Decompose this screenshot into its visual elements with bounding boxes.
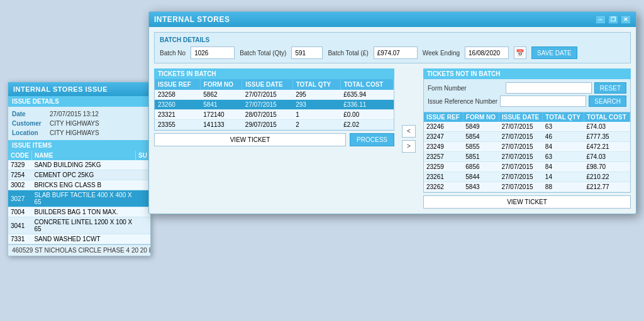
ticket-not-in-batch-row[interactable]: 23261 5844 27/07/2015 14 £210.22 — [424, 172, 630, 182]
tnib-issue-date: 27/07/2015 — [499, 132, 542, 142]
tib-total-qty: 1 — [292, 110, 340, 120]
detail-row-customer: Customer CITY HIGHWAYS — [12, 119, 147, 128]
ticket-in-batch-row[interactable]: 23258 5862 27/07/2015 295 £635.94 — [155, 90, 394, 100]
tnib-total-cost: £472.21 — [584, 142, 630, 152]
tib-form-no: 141133 — [200, 120, 242, 130]
close-button[interactable]: ✕ — [621, 15, 631, 24]
search-button[interactable]: SEARCH — [589, 95, 626, 107]
tnib-form-no: 5855 — [463, 142, 499, 152]
tnib-issue-ref: 23247 — [424, 132, 463, 142]
item-name: BRICKS ENG CLASS B — [31, 180, 135, 190]
tib-issue-date: 27/07/2015 — [242, 90, 292, 100]
customer-label: Customer — [12, 120, 50, 127]
batch-no-label: Batch No — [160, 50, 186, 57]
tnib-total-cost: £98.70 — [584, 162, 630, 172]
detail-row-date: Date 27/07/2015 13:12 — [12, 109, 147, 119]
tnib-col-total-cost: TOTAL COST — [584, 112, 630, 122]
tib-form-no: 172140 — [200, 110, 242, 120]
form-number-row: Form Number RESET — [428, 82, 626, 94]
item-code: 7329 — [8, 160, 31, 170]
tickets-in-batch-title: TICKETS IN BATCH — [154, 68, 394, 79]
ticket-not-in-batch-row[interactable]: 23247 5854 27/07/2015 46 £777.35 — [424, 132, 630, 142]
ticket-in-batch-row[interactable]: 23321 172140 28/07/2015 1 £0.00 — [155, 110, 394, 120]
right-view-ticket-button[interactable]: VIEW TICKET — [423, 195, 631, 209]
minimize-button[interactable]: − — [596, 15, 606, 24]
tib-issue-date: 27/07/2015 — [242, 100, 292, 110]
tib-total-cost: £0.00 — [340, 110, 393, 120]
tib-issue-ref: 23258 — [155, 90, 200, 100]
save-date-button[interactable]: SAVE DATE — [531, 46, 577, 59]
batch-fields: Batch No Batch Total (Qty) Batch Total (… — [160, 46, 625, 59]
issue-item-row[interactable]: 7254 CEMENT OPC 25KG — [8, 170, 150, 180]
tib-issue-date: 29/07/2015 — [242, 120, 292, 130]
week-ending-label: Week Ending — [423, 50, 460, 57]
ticket-not-in-batch-row[interactable]: 23257 5851 27/07/2015 63 £74.03 — [424, 152, 630, 162]
right-arrow-button[interactable]: > — [402, 140, 416, 153]
issue-item-row[interactable]: 7331 SAND WASHED 1CWT — [8, 234, 150, 244]
week-ending-input[interactable] — [465, 46, 509, 59]
bg-window-title: INTERNAL STORES ISSUE — [8, 82, 150, 96]
item-code: 3027 — [8, 190, 31, 207]
restore-button[interactable]: ❐ — [608, 15, 618, 24]
issue-item-row[interactable]: 3027 SLAB BUFF TACTILE 400 X 400 X 65 — [8, 190, 150, 207]
tnib-form-no: 6856 — [463, 162, 499, 172]
col-name: NAME — [31, 151, 135, 160]
tnib-issue-ref: 23259 — [424, 162, 463, 172]
arrow-buttons: < > — [399, 68, 418, 209]
ticket-not-in-batch-row[interactable]: 23259 6856 27/07/2015 84 £98.70 — [424, 162, 630, 172]
issue-ref-input[interactable] — [500, 95, 586, 107]
issue-items-table: CODE NAME SU 7329 SAND BUILDING 25KG 725… — [8, 151, 150, 244]
batch-no-input[interactable] — [191, 46, 235, 59]
ticket-in-batch-row[interactable]: 23260 5841 27/07/2015 293 £336.11 — [155, 100, 394, 110]
issue-item-row[interactable]: 3041 CONCRETE LINTEL 1200 X 100 X 65 — [8, 217, 150, 234]
view-ticket-button[interactable]: VIEW TICKET — [154, 133, 346, 146]
ticket-not-in-batch-row[interactable]: 23249 5855 27/07/2015 84 £472.21 — [424, 142, 630, 152]
issue-ref-search-label: Issue Reference Number — [428, 98, 497, 105]
process-button[interactable]: PROCESS — [350, 133, 394, 146]
col-code: CODE — [8, 151, 31, 160]
ticket-not-in-batch-row[interactable]: 23262 5843 27/07/2015 88 £212.77 — [424, 182, 630, 192]
tnib-form-no: 5851 — [463, 152, 499, 162]
tnib-total-cost: £74.03 — [584, 122, 630, 132]
tnib-col-issue-date: ISSUE DATE — [499, 112, 542, 122]
form-number-input[interactable] — [506, 82, 592, 94]
tnib-issue-date: 27/07/2015 — [499, 182, 542, 192]
item-code: 7004 — [8, 207, 31, 217]
main-body: BATCH DETAILS Batch No Batch Total (Qty)… — [149, 27, 636, 214]
tib-form-no: 5841 — [200, 100, 242, 110]
issue-item-row[interactable]: 3002 BRICKS ENG CLASS B — [8, 180, 150, 190]
tnib-total-cost: £74.03 — [584, 152, 630, 162]
ticket-in-batch-row[interactable]: 23355 141133 29/07/2015 2 £2.02 — [155, 120, 394, 130]
location-value: CITY HIGHWAYS — [50, 129, 99, 136]
tib-total-cost: £336.11 — [340, 100, 393, 110]
item-name: SLAB BUFF TACTILE 400 X 400 X 65 — [31, 190, 135, 207]
tnib-total-qty: 84 — [543, 142, 584, 152]
tib-col-form-no: FORM NO — [200, 79, 242, 90]
tib-total-cost: £2.02 — [340, 120, 393, 130]
batch-qty-label: Batch Total (Qty) — [240, 50, 286, 57]
batch-total-input[interactable] — [374, 46, 418, 59]
reset-button[interactable]: RESET — [594, 82, 626, 94]
tib-issue-ref: 23321 — [155, 110, 200, 120]
issue-item-row[interactable]: 7004 BUILDERS BAG 1 TON MAX. — [8, 207, 150, 217]
tib-form-no: 5862 — [200, 90, 242, 100]
tnib-form-no: 5854 — [463, 132, 499, 142]
issue-details: Date 27/07/2015 13:12 Customer CITY HIGH… — [8, 107, 150, 140]
item-code: 7254 — [8, 170, 31, 180]
batch-qty-input[interactable] — [291, 46, 323, 59]
tnib-total-qty: 88 — [543, 182, 584, 192]
date-value: 27/07/2015 13:12 — [50, 111, 99, 117]
item-name: SAND BUILDING 25KG — [31, 160, 135, 170]
batch-section-title: BATCH DETAILS — [160, 36, 625, 43]
title-controls: − ❐ ✕ — [596, 15, 631, 24]
left-arrow-button[interactable]: < — [402, 125, 416, 138]
tib-col-issue-ref: ISSUE REF — [155, 79, 200, 90]
tnib-issue-ref: 23249 — [424, 142, 463, 152]
calendar-icon[interactable]: 📅 — [514, 46, 526, 59]
ticket-not-in-batch-row[interactable]: 23246 5849 27/07/2015 63 £74.03 — [424, 122, 630, 132]
tib-total-qty: 295 — [292, 90, 340, 100]
issue-item-row[interactable]: 7329 SAND BUILDING 25KG — [8, 160, 150, 170]
tnib-issue-ref: 23261 — [424, 172, 463, 182]
panels: TICKETS IN BATCH ISSUE REF FORM NO ISSUE… — [154, 68, 631, 209]
main-window-title: INTERNAL STORES — [154, 15, 230, 24]
